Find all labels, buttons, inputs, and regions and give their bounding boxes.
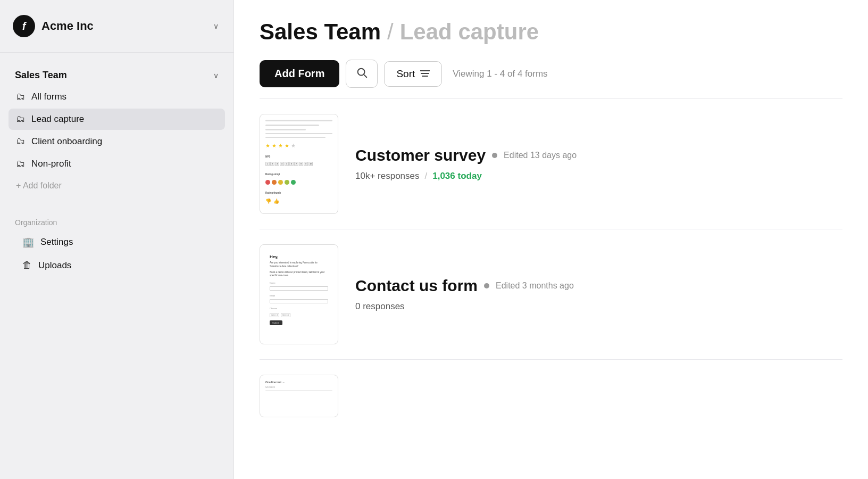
sort-label: Sort xyxy=(396,68,415,80)
company-chevron-icon: ∨ xyxy=(213,22,219,30)
form-today-customer-survey: 1,036 today xyxy=(432,171,482,181)
form-responses-contact-us: 0 responses xyxy=(355,301,405,312)
form-title-row-customer-survey: Customer survey Edited 13 days ago xyxy=(355,146,842,164)
breadcrumb: Sales Team / Lead capture xyxy=(260,19,842,45)
form-info-contact-us: Contact us form Edited 3 months ago 0 re… xyxy=(355,277,842,312)
company-name: Acme Inc xyxy=(41,19,207,33)
sidebar: f Acme Inc ∨ Sales Team ∨ 🗂 All forms 🗂 … xyxy=(0,0,234,479)
sidebar-header[interactable]: f Acme Inc ∨ xyxy=(0,0,233,53)
form-item-contact-us[interactable]: Hey, Are you interested in exploring For… xyxy=(260,229,842,359)
folder-icon-lead-capture: 🗂 xyxy=(16,114,25,125)
search-icon xyxy=(356,67,368,81)
svg-line-1 xyxy=(364,75,367,77)
sidebar-label-non-profit: Non-profit xyxy=(31,159,71,169)
add-folder-label: + Add folder xyxy=(16,181,62,191)
uploads-icon: 🗑 xyxy=(22,260,32,271)
team-section-title: Sales Team xyxy=(15,70,67,81)
page-header: Sales Team / Lead capture xyxy=(234,0,868,45)
sidebar-label-client-onboarding: Client onboarding xyxy=(31,136,102,147)
form-title-contact-us: Contact us form xyxy=(355,277,478,295)
add-folder-button[interactable]: + Add folder xyxy=(9,176,225,196)
breadcrumb-primary: Sales Team xyxy=(260,19,381,45)
sidebar-label-all-forms: All forms xyxy=(31,92,66,102)
app-logo: f xyxy=(13,15,35,37)
form-thumbnail-contact-us: Hey, Are you interested in exploring For… xyxy=(260,244,338,344)
forms-list: ★ ★ ★ ★ ★ NPS 1 2 3 4 5 6 7 xyxy=(234,98,868,432)
folder-icon-non-profit: 🗂 xyxy=(16,159,25,169)
form-thumbnail-customer-survey: ★ ★ ★ ★ ★ NPS 1 2 3 4 5 6 7 xyxy=(260,114,338,214)
sort-button[interactable]: Sort xyxy=(384,61,442,87)
sidebar-item-uploads[interactable]: 🗑 Uploads xyxy=(15,254,225,276)
org-section-label: Organization xyxy=(15,218,225,227)
form-stats-contact-us: 0 responses xyxy=(355,301,842,312)
sidebar-label-uploads: Uploads xyxy=(38,260,71,271)
sidebar-item-client-onboarding[interactable]: 🗂 Client onboarding xyxy=(9,131,225,152)
sort-icon xyxy=(420,68,430,80)
form-responses-customer-survey: 10k+ responses xyxy=(355,171,420,181)
team-section: Sales Team ∨ 🗂 All forms 🗂 Lead capture … xyxy=(0,53,233,201)
sidebar-item-non-profit[interactable]: 🗂 Non-profit xyxy=(9,153,225,175)
sidebar-item-settings[interactable]: 🏢 Settings xyxy=(15,231,225,253)
breadcrumb-secondary: Lead capture xyxy=(400,19,539,45)
form-edited-contact-us: Edited 3 months ago xyxy=(496,281,574,291)
sidebar-label-settings: Settings xyxy=(40,237,73,247)
form-stats-customer-survey: 10k+ responses / 1,036 today xyxy=(355,171,842,181)
form-info-customer-survey: Customer survey Edited 13 days ago 10k+ … xyxy=(355,146,842,181)
form-item-oneline[interactable]: One line text → 5/12/2023 xyxy=(260,359,842,432)
viewing-label: Viewing 1 - 4 of 4 forms xyxy=(453,69,547,79)
sidebar-label-lead-capture: Lead capture xyxy=(31,114,84,125)
form-title-row-contact-us: Contact us form Edited 3 months ago xyxy=(355,277,842,295)
settings-icon: 🏢 xyxy=(22,236,34,248)
form-thumbnail-oneline: One line text → 5/12/2023 xyxy=(260,375,338,417)
form-status-dot-customer-survey xyxy=(492,153,497,158)
toolbar: Add Form Sort Viewing 1 - 4 of 4 forms xyxy=(234,45,868,98)
add-form-button[interactable]: Add Form xyxy=(260,60,339,87)
org-section: Organization 🏢 Settings 🗑 Uploads xyxy=(0,201,233,282)
form-item-customer-survey[interactable]: ★ ★ ★ ★ ★ NPS 1 2 3 4 5 6 7 xyxy=(260,98,842,229)
folder-icon-all-forms: 🗂 xyxy=(16,92,25,102)
form-edited-customer-survey: Edited 13 days ago xyxy=(504,151,577,160)
search-button[interactable] xyxy=(346,60,378,88)
form-title-customer-survey: Customer survey xyxy=(355,146,486,164)
breadcrumb-separator: / xyxy=(387,19,394,45)
form-status-dot-contact-us xyxy=(484,283,489,288)
main-content: Sales Team / Lead capture Add Form Sort xyxy=(234,0,868,479)
form-stats-divider: / xyxy=(425,171,428,181)
sidebar-item-all-forms[interactable]: 🗂 All forms xyxy=(9,86,225,108)
team-section-header[interactable]: Sales Team ∨ xyxy=(9,65,225,85)
folder-icon-client-onboarding: 🗂 xyxy=(16,136,25,147)
team-chevron-icon: ∨ xyxy=(213,71,219,80)
sidebar-item-lead-capture[interactable]: 🗂 Lead capture xyxy=(9,109,225,130)
